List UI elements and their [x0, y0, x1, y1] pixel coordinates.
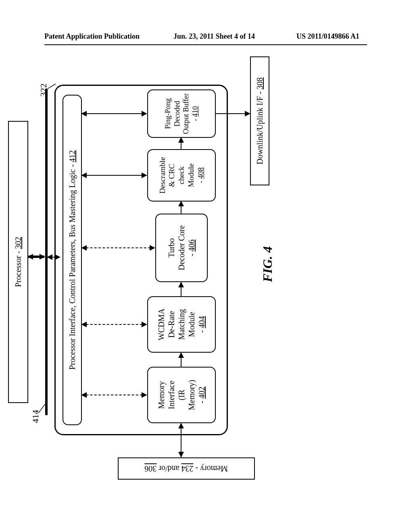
memory-block: Memory - 234 and/or 306 — [118, 457, 255, 480]
wcdma-block: WCDMA De-Rate Matching Module - 404 — [147, 296, 216, 353]
ahr2 — [178, 282, 184, 287]
arrowhead-down2-icon — [55, 254, 60, 260]
solid-408 — [82, 175, 142, 176]
processor-block: Processor - 302 — [8, 121, 28, 403]
ah8 — [142, 172, 147, 178]
ah5 — [81, 245, 87, 251]
arrowhead-down-icon — [40, 254, 45, 260]
dluplink-ref: 308 — [255, 77, 264, 89]
ahr3 — [178, 201, 184, 206]
ahr5 — [178, 423, 184, 428]
header-rule — [44, 44, 367, 45]
header-center: Jun. 23, 2011 Sheet 4 of 14 — [173, 32, 255, 41]
dash-402 — [82, 395, 142, 395]
leader-322 — [48, 81, 58, 93]
figure-label: FIG. 4 — [260, 246, 275, 282]
header-left: Patent Application Publication — [44, 32, 140, 41]
page-header: Patent Application Publication Jun. 23, … — [0, 32, 413, 44]
piflogic-text: Processor Interface, Control Parameters,… — [68, 162, 77, 370]
ahl1 — [178, 452, 184, 457]
arrowhead-up2-icon — [47, 254, 52, 260]
svg-line-1 — [48, 84, 56, 89]
solid-410 — [82, 113, 142, 114]
ahr1 — [178, 352, 184, 358]
processor-text: Processor - — [14, 249, 23, 287]
ah4 — [142, 322, 147, 327]
piflogic-block: Processor Interface, Control Parameters,… — [63, 95, 82, 425]
ah7 — [81, 172, 87, 178]
dluplink-block: Downlink/Uplink I/F - 308 — [250, 56, 269, 185]
arrowhead-up-icon — [27, 254, 33, 260]
ah10 — [142, 111, 147, 116]
piflogic-ref: 412 — [68, 150, 77, 162]
descramble-block: Descramble & CRC check Module - 408 — [147, 149, 216, 202]
leader-414 — [38, 401, 48, 417]
turbo-block: Turbo Decoder Core - 406 — [155, 214, 208, 282]
pingpong-block: Ping-Pong Decoded Output Buffer - 410 — [147, 89, 216, 138]
ah3 — [81, 322, 87, 327]
dluplink-text: Downlink/Uplink I/F - — [255, 89, 264, 164]
svg-line-0 — [38, 403, 46, 413]
dash-406 — [82, 247, 150, 248]
processor-ref: 302 — [14, 237, 23, 249]
ah1 — [81, 392, 87, 398]
ahr4 — [178, 137, 184, 143]
arrow-410-dul — [216, 113, 248, 114]
ah2 — [142, 392, 147, 398]
ahd-last — [245, 111, 250, 116]
ah9 — [81, 111, 87, 116]
ah6 — [150, 245, 155, 251]
dash-404 — [82, 324, 142, 325]
memiface-block: Memory Interface (IR Memory) - 402 — [147, 367, 216, 423]
diagram: Processor - 302 414 322 Processor Interf… — [16, 113, 413, 476]
header-right: US 2011/0149866 A1 — [296, 32, 359, 41]
bus-line — [45, 89, 48, 415]
